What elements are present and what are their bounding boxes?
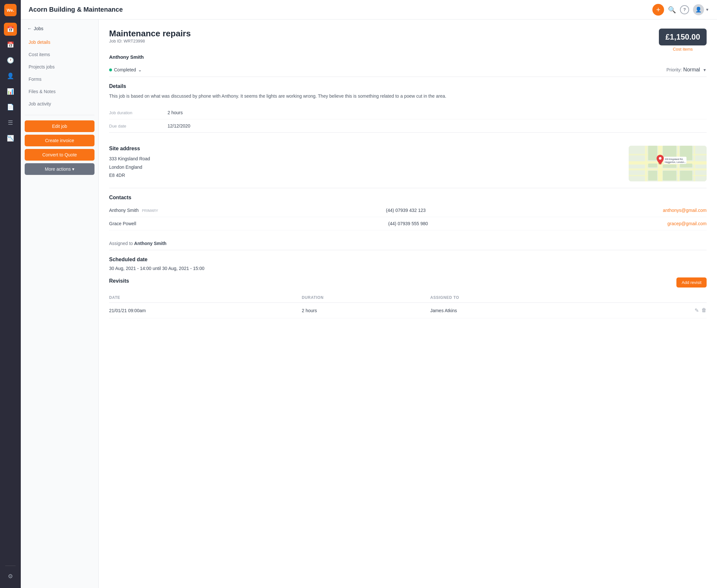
- revisit-date-0: 21/01/21 09:00am: [109, 308, 302, 313]
- sidebar-item-projects-jobs[interactable]: Projects jobs: [25, 61, 95, 73]
- job-title: Maintenance repairs: [109, 28, 191, 39]
- add-button[interactable]: +: [652, 4, 664, 16]
- nav-invoices-icon[interactable]: 📄: [4, 101, 17, 113]
- svg-rect-15: [648, 171, 657, 181]
- help-icon[interactable]: ?: [680, 5, 689, 14]
- svg-point-19: [659, 157, 661, 160]
- revisits-header: Revisits Add revisit: [109, 277, 706, 288]
- sidebar-buttons: Edit job Create invoice Convert to Quote…: [21, 120, 98, 175]
- contact-email-0[interactable]: anthonys@gmail.com: [663, 208, 706, 213]
- status-chevron-icon: ⌄: [138, 67, 142, 72]
- nav-divider: [5, 566, 16, 566]
- cost-block: £1,150.00 Cost items: [659, 28, 706, 51]
- status-row: Completed ⌄ Priority: Normal ▼: [109, 63, 706, 77]
- scheduled-date: 30 Aug, 2021 - 14:00 until 30 Aug, 2021 …: [109, 266, 706, 271]
- status-badge[interactable]: Completed ⌄: [109, 67, 142, 72]
- address-line1: 333 Kingsland Road: [109, 155, 621, 163]
- scheduled-section: Scheduled date 30 Aug, 2021 - 14:00 unti…: [109, 257, 706, 271]
- nav-chart-icon[interactable]: 📉: [4, 132, 17, 145]
- contacts-section: Contacts Anthony Smith PRIMARY (44) 0793…: [109, 195, 706, 230]
- sidebar-item-job-activity[interactable]: Job activity: [25, 98, 95, 110]
- sidebar-item-forms[interactable]: Forms: [25, 74, 95, 85]
- back-arrow-icon: ←: [27, 26, 32, 31]
- search-icon[interactable]: 🔍: [668, 6, 676, 14]
- nav-clock-icon[interactable]: 🕐: [4, 54, 17, 67]
- user-menu[interactable]: 👤 ▼: [693, 4, 709, 15]
- revisit-table: DATE DURATION ASSIGNED TO 21/01/21 09:00…: [109, 293, 706, 318]
- svg-rect-17: [680, 171, 692, 181]
- revisit-col-header: DATE DURATION ASSIGNED TO: [109, 293, 706, 303]
- nav-calendar-icon[interactable]: 📅: [4, 38, 17, 51]
- company-name: Acorn Building & Maintenance: [28, 6, 652, 13]
- contacts-heading: Contacts: [109, 195, 706, 201]
- left-nav: We. 📅 📅 🕐 👤 📊 📄 ☰ 📉 ⚙: [0, 0, 21, 588]
- map-thumbnail[interactable]: 333 Kingsland Rd, Haggerton, London...: [629, 146, 706, 182]
- sidebar: ← Jobs Job details Cost items Projects j…: [21, 19, 99, 588]
- app-logo[interactable]: We.: [4, 4, 17, 16]
- convert-to-quote-button[interactable]: Convert to Quote: [25, 149, 95, 161]
- col-date-header: DATE: [109, 295, 302, 300]
- details-section: Details This job is based on what was di…: [109, 83, 706, 133]
- assigned-to-label: Assigned to: [109, 241, 133, 246]
- job-duration-row: Job duration 2 hours: [109, 106, 706, 120]
- contact-row-0: Anthony Smith PRIMARY (44) 07939 432 123…: [109, 204, 706, 217]
- nav-schedule-icon[interactable]: ☰: [4, 116, 17, 129]
- assigned-row: Assigned to Anthony Smith: [109, 237, 706, 250]
- details-heading: Details: [109, 83, 706, 89]
- avatar: 👤: [693, 4, 704, 15]
- status-dot: [109, 68, 112, 71]
- svg-rect-14: [680, 164, 692, 167]
- delete-revisit-icon[interactable]: 🗑: [701, 307, 706, 313]
- back-to-jobs[interactable]: ← Jobs: [21, 26, 98, 36]
- details-text: This job is based on what was discussed …: [109, 92, 706, 100]
- svg-rect-9: [648, 146, 657, 160]
- nav-users-icon[interactable]: 👤: [4, 69, 17, 82]
- scheduled-heading: Scheduled date: [109, 257, 706, 262]
- sidebar-item-cost-items[interactable]: Cost items: [25, 49, 95, 60]
- svg-rect-16: [663, 171, 676, 181]
- chevron-down-icon: ▼: [705, 7, 709, 12]
- nav-jobs-icon[interactable]: 📅: [4, 23, 17, 36]
- col-duration-header: DURATION: [302, 295, 430, 300]
- revisit-assigned-0: James Atkins: [430, 308, 687, 313]
- contact-email-1[interactable]: gracep@gmail.com: [667, 221, 706, 226]
- more-actions-button[interactable]: More actions ▾: [25, 163, 95, 175]
- job-id: Job ID: WRT23998: [109, 39, 191, 43]
- svg-rect-13: [663, 165, 676, 168]
- due-date-value: 12/12/2020: [167, 123, 190, 128]
- site-section: Site address 333 Kingsland Road London E…: [109, 139, 706, 188]
- sidebar-item-job-details[interactable]: Job details: [25, 36, 95, 48]
- sidebar-item-files-notes[interactable]: Files & Notes: [25, 86, 95, 97]
- contact-phone-0: (44) 07939 432 123: [386, 208, 663, 213]
- cost-amount: £1,150.00: [665, 33, 700, 42]
- back-label: Jobs: [34, 26, 43, 31]
- col-assigned-header: ASSIGNED TO: [430, 295, 687, 300]
- revisits-heading: Revisits: [109, 278, 129, 284]
- status-label: Completed: [114, 67, 136, 72]
- address-lines: 333 Kingsland Road London England E8 4DR: [109, 155, 621, 180]
- cost-box: £1,150.00: [659, 28, 706, 45]
- sidebar-divider: [25, 115, 95, 115]
- contact-row-1: Grace Powell (44) 07939 555 980 gracep@g…: [109, 217, 706, 230]
- add-revisit-button[interactable]: Add revisit: [676, 277, 706, 288]
- svg-text:Haggerton, London...: Haggerton, London...: [665, 161, 686, 164]
- site-address-heading: Site address: [109, 146, 621, 151]
- job-duration-label: Job duration: [109, 110, 167, 115]
- header-actions: + 🔍 ? 👤 ▼: [652, 4, 709, 16]
- contact-phone-1: (44) 07939 555 980: [388, 221, 668, 226]
- nav-settings-icon[interactable]: ⚙: [4, 570, 17, 583]
- col-actions-header: [687, 295, 706, 300]
- edit-job-button[interactable]: Edit job: [25, 120, 95, 132]
- priority-block: Priority: Normal ▼: [666, 67, 706, 73]
- priority-chevron-icon[interactable]: ▼: [703, 68, 706, 72]
- priority-label: Priority:: [666, 67, 682, 72]
- due-date-row: Due date 12/12/2020: [109, 120, 706, 133]
- create-invoice-button[interactable]: Create invoice: [25, 135, 95, 146]
- contact-name-1: Grace Powell: [109, 221, 388, 226]
- site-address-block: Site address 333 Kingsland Road London E…: [109, 146, 621, 182]
- edit-revisit-icon[interactable]: ✎: [695, 307, 699, 313]
- cost-items-link[interactable]: Cost items: [659, 47, 706, 51]
- top-header: Acorn Building & Maintenance + 🔍 ? 👤 ▼: [21, 0, 717, 19]
- nav-reports-icon[interactable]: 📊: [4, 85, 17, 98]
- revisits-section: Revisits Add revisit DATE DURATION ASSIG…: [109, 277, 706, 318]
